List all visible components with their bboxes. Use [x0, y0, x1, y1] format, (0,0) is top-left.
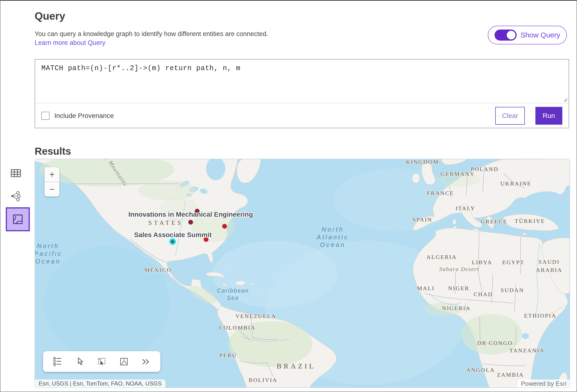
map-label-colombia: COLOMBIA [219, 325, 255, 331]
query-editor: MATCH path=(n)-[r*..2]->(m) return path,… [35, 60, 569, 103]
map-label-arabia: ARABIA [536, 267, 562, 273]
run-button[interactable]: Run [535, 107, 562, 125]
map-label-egypt: EGYPT [502, 259, 524, 265]
map-marker[interactable] [222, 224, 227, 229]
page-title: Query [35, 10, 65, 22]
attribution-text: Esri, USGS | Esri, TomTom, FAO, NOAA, US… [39, 380, 162, 387]
view-tab-table[interactable] [9, 166, 23, 180]
map-view[interactable]: North Atlantic Ocean North Pacific Ocean… [35, 159, 570, 388]
map-label-spain: SPAIN [413, 216, 432, 223]
map-label-bolivia: BOLIVIA [249, 377, 277, 383]
map-label-italy: ITALY [456, 205, 475, 211]
map-label-ethiopia: ETHIOPIA [524, 313, 557, 319]
map-label-niger: NIGER [448, 285, 469, 291]
svg-text:Ocean: Ocean [35, 258, 61, 265]
svg-text:Caribbean: Caribbean [217, 288, 249, 294]
map-label-tanzania: TANZANIA [509, 347, 544, 354]
powered-by-esri: Powered by Esri [518, 380, 570, 388]
svg-text:Pacific: Pacific [35, 250, 62, 257]
view-tab-link-chart[interactable] [9, 189, 23, 203]
map-label-states: STATES [148, 219, 183, 226]
map-label-mexico: MÉXICO [144, 267, 172, 273]
resize-handle-icon[interactable] [562, 97, 568, 102]
show-query-label: Show Query [520, 31, 560, 39]
select-rectangle-button[interactable] [95, 355, 108, 368]
map-label-zambia: ZAMBIA [497, 372, 524, 378]
map-label-poland: POLAND [471, 166, 498, 172]
select-rectangle-icon [97, 356, 107, 367]
map-label-peru: PERÚ [219, 352, 237, 358]
map-label-venezuela: VENEZUELA [235, 313, 276, 319]
legend-list-button[interactable] [51, 355, 64, 368]
select-polygon-button[interactable] [118, 355, 130, 368]
map-attribution: Esri, USGS | Esri, TomTom, FAO, NOAA, US… [35, 380, 165, 388]
svg-text:Sea: Sea [227, 295, 239, 301]
event-label-innovations: Innovations in Mechanical Engineering [128, 211, 253, 218]
expand-toolbar-button[interactable] [140, 355, 152, 368]
legend-list-icon [53, 356, 62, 367]
map-label-greece: GREECE [481, 218, 507, 225]
map-label-france: FRANCE [427, 190, 454, 196]
map-label-turkiye: TÜRKIYE [515, 218, 545, 224]
select-polygon-icon [119, 356, 129, 367]
toggle-knob [507, 31, 515, 39]
cursor-tool-button[interactable] [73, 355, 86, 368]
query-actions: Clear Run [495, 107, 562, 125]
map-icon [11, 213, 24, 226]
query-footer: Include Provenance Clear Run [35, 103, 569, 128]
link-chart-icon [10, 190, 22, 203]
map-marker[interactable] [188, 220, 193, 225]
map-label-nigeria: NIGERIA [442, 305, 471, 311]
toggle-switch[interactable] [495, 30, 517, 41]
zoom-out-button[interactable]: − [44, 182, 59, 196]
include-provenance[interactable]: Include Provenance [41, 112, 114, 120]
map-toolbar [43, 351, 160, 372]
svg-text:North: North [37, 242, 59, 250]
map-label-mali: MALI [417, 285, 434, 291]
svg-text:North: North [322, 226, 344, 233]
results-title: Results [35, 146, 71, 157]
map-label-libya: LIBYA [472, 259, 492, 265]
zoom-control: + − [44, 167, 59, 196]
query-page: Query You can query a knowledge graph to… [0, 0, 577, 392]
map-label-algeria: ALGERIA [427, 254, 457, 260]
learn-more-link[interactable]: Learn more about Query [35, 39, 105, 47]
query-panel: MATCH path=(n)-[r*..2]->(m) return path,… [35, 59, 569, 128]
page-description: You can query a knowledge graph to ident… [35, 30, 268, 38]
zoom-in-button[interactable]: + [44, 167, 59, 182]
map-label-chad: CHAD [474, 291, 493, 297]
map-label-sudan: SUDAN [501, 287, 524, 293]
powered-by-text: Powered by Esri [521, 380, 566, 388]
map-label-kingdom: KINGDOM [406, 159, 439, 165]
map-label-ukraine: UKRAINE [501, 180, 532, 187]
show-query-toggle[interactable]: Show Query [488, 26, 567, 44]
cursor-icon [75, 356, 84, 367]
physical-label-sahara-desert: Sahara Desert [439, 266, 479, 272]
include-provenance-label: Include Provenance [54, 112, 114, 120]
svg-text:Atlantic: Atlantic [316, 233, 349, 241]
map-label-dr-congo: DR CONGO [477, 340, 513, 346]
table-icon [10, 167, 22, 179]
clear-button[interactable]: Clear [495, 107, 525, 125]
ocean-label-north-pacific: North Pacific Ocean [35, 242, 62, 265]
map-label-saudi: SAUDI [539, 259, 560, 265]
map-label-angola: ANGOLA [466, 367, 495, 373]
expand-chevrons-icon [141, 356, 151, 367]
map-label-brazil: BRAZIL [277, 362, 316, 370]
query-input[interactable]: MATCH path=(n)-[r*..2]->(m) return path,… [35, 60, 569, 103]
event-label-sales-summit: Sales Associate Summit [134, 231, 212, 238]
map-marker-selected[interactable] [170, 239, 175, 244]
view-tab-map[interactable] [6, 207, 30, 231]
svg-text:Ocean: Ocean [320, 241, 346, 248]
map-label-germany: GERMANY [441, 171, 475, 177]
include-provenance-checkbox[interactable] [41, 112, 49, 120]
